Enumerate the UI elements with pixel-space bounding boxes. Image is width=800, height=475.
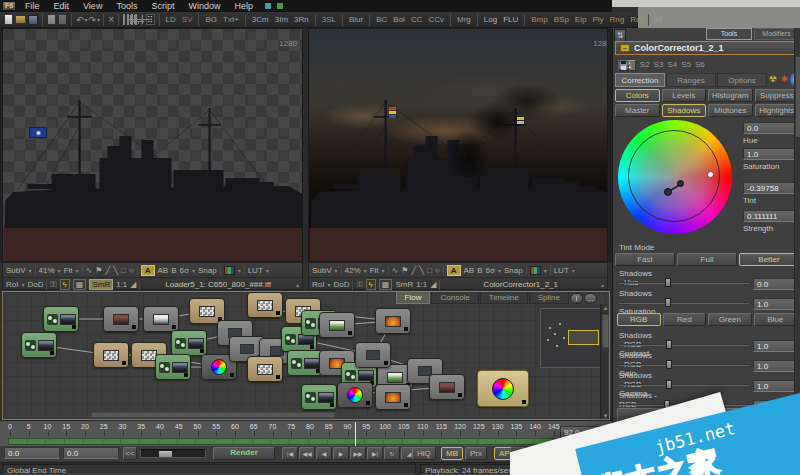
view-histogram-button[interactable]: Histogram	[708, 89, 753, 102]
one-to-one-button[interactable]: 1:1	[416, 280, 427, 289]
flow-node-loader-17[interactable]	[287, 350, 323, 376]
toolbar-ply[interactable]: Ply	[589, 15, 606, 24]
flow-vscroll-thumb[interactable]	[602, 314, 609, 348]
roi-button[interactable]: RoI	[312, 280, 324, 289]
layout-grid-icon[interactable]	[127, 14, 129, 25]
tab-tools[interactable]: Tools	[706, 28, 752, 40]
lock-icon[interactable]: ⚿	[50, 280, 56, 290]
color-wheel[interactable]	[618, 120, 732, 234]
toolbar-ccv[interactable]: CCv	[425, 15, 447, 24]
toolbar-txt+[interactable]: Txt+	[220, 15, 242, 24]
scroll-up-icon[interactable]: ▲	[601, 304, 610, 313]
channel-blue-button[interactable]: Blue	[754, 313, 798, 326]
flow-node-mask-5[interactable]	[247, 292, 283, 318]
flow-node-merge-24[interactable]	[355, 342, 391, 368]
range-midtones-button[interactable]: Midtones	[708, 104, 753, 117]
zoom-level-button[interactable]: 42%	[345, 266, 361, 275]
pen-tool-icon[interactable]: ╲	[419, 266, 424, 275]
time-current-field[interactable]	[63, 447, 119, 459]
burst-icon[interactable]: ✱	[779, 73, 789, 86]
checker-icon[interactable]: ▦	[73, 279, 87, 290]
view-levels-button[interactable]: Levels	[662, 89, 707, 102]
version-s3[interactable]: S3	[654, 60, 664, 71]
slider-value-field[interactable]	[753, 360, 797, 372]
zoom-level-button[interactable]: 41%	[39, 266, 55, 275]
flow-node-loader-10[interactable]	[155, 354, 191, 380]
wave-icon[interactable]: ∿	[86, 266, 93, 275]
flow-node-grass-19[interactable]	[319, 312, 355, 338]
slider-handle[interactable]	[665, 298, 671, 307]
time-start-field[interactable]	[4, 447, 60, 459]
quality-hiq-button[interactable]: HiQ	[412, 447, 436, 460]
toolbar-3cm[interactable]: 3Cm	[249, 15, 272, 24]
channel-green-button[interactable]: Green	[708, 313, 752, 326]
transport-loop-button[interactable]: ↻	[384, 447, 400, 460]
toolbar-blur[interactable]: Blur	[346, 15, 366, 24]
panel-scroll-thumb[interactable]	[796, 57, 800, 137]
dod-button[interactable]: DoD	[27, 280, 43, 289]
flow-tab-spline[interactable]: Spline	[529, 292, 569, 304]
lut-button[interactable]: LUT	[554, 266, 569, 275]
toolbar-cc[interactable]: CC	[408, 15, 426, 24]
range-highlights-button[interactable]: Highlights	[755, 104, 800, 117]
tab-modifiers[interactable]: Modifiers	[754, 28, 799, 40]
menu-edit[interactable]: Edit	[47, 1, 77, 11]
slider-value-field[interactable]	[753, 298, 797, 310]
saturation-field[interactable]	[743, 148, 795, 160]
slider-handle[interactable]	[666, 360, 672, 369]
snap-button[interactable]: Snap	[198, 266, 217, 275]
toolbar-sv[interactable]: SV	[179, 15, 196, 24]
wheel-marker-mid[interactable]	[677, 180, 684, 187]
viewer-left-expand-icon[interactable]: ▴	[296, 281, 299, 288]
toolbar-rng[interactable]: Rng	[607, 15, 628, 24]
dod-button[interactable]: DoD	[333, 280, 349, 289]
lightning-icon[interactable]: ϟ	[366, 279, 376, 290]
view-suppress-button[interactable]: Suppress	[755, 89, 800, 102]
slider-value-field[interactable]	[753, 278, 797, 290]
slider-handle[interactable]	[665, 278, 671, 287]
version-s4[interactable]: S4	[667, 60, 677, 71]
flow-node-white-3[interactable]	[143, 306, 179, 332]
toolbar-bmp[interactable]: Bmp	[528, 15, 550, 24]
flow-node-mask-7[interactable]	[93, 342, 129, 368]
lightning-icon[interactable]: ϟ	[60, 279, 70, 290]
toolbar-flu[interactable]: FLU	[500, 15, 521, 24]
tintmode-full-button[interactable]: Full	[677, 253, 737, 266]
slider-track[interactable]	[619, 302, 749, 304]
buffer-b-button[interactable]: B	[477, 266, 482, 275]
transport-goto-end-button[interactable]: ▶|	[367, 447, 383, 460]
hue-field[interactable]	[743, 122, 795, 134]
tab-correction[interactable]: Correction	[615, 73, 665, 87]
slider-track[interactable]	[619, 344, 749, 346]
transport-fast-forward-button[interactable]: ▶▶	[350, 447, 366, 460]
undo-icon[interactable]: ↶	[76, 14, 84, 25]
rewind-button[interactable]: <<	[123, 447, 137, 460]
transport-fast-rewind-button[interactable]: ◀◀	[299, 447, 315, 460]
menu-tools[interactable]: Tools	[109, 1, 144, 11]
menu-script[interactable]: Script	[144, 1, 181, 11]
menu-view[interactable]: View	[76, 1, 109, 11]
speaker-icon[interactable]: ◢	[430, 280, 436, 289]
toolbar-m[interactable]: M	[652, 15, 665, 24]
view-colors-button[interactable]: Colors	[615, 89, 660, 102]
toolbar-ld[interactable]: LD	[163, 15, 179, 24]
wheel-marker-white[interactable]	[707, 171, 714, 178]
transport-step-back-button[interactable]: ◀	[316, 447, 332, 460]
timeline-range-bar[interactable]	[8, 438, 560, 445]
subv-button[interactable]: SubV	[6, 266, 26, 275]
flow-node-loader-9[interactable]	[171, 330, 207, 356]
viewer-right-expand-icon[interactable]: ▴	[601, 281, 604, 288]
version-s5[interactable]: S5	[681, 60, 691, 71]
layout-split-vertical-icon[interactable]	[123, 14, 125, 25]
channel-rgb-icon[interactable]	[224, 266, 235, 275]
flow-comment-icon[interactable]: …	[584, 293, 597, 304]
layout-quad-icon[interactable]	[135, 14, 137, 25]
buffer-ab-button[interactable]: AB	[158, 266, 169, 275]
flow-node-fire-29[interactable]	[375, 384, 411, 410]
flow-node-loader-1[interactable]	[21, 332, 57, 358]
smr-button[interactable]: SmR	[89, 279, 113, 290]
toolbar-3sl[interactable]: 3SL	[319, 15, 339, 24]
menu-help[interactable]: Help	[227, 1, 260, 11]
speaker-icon[interactable]: ◢	[130, 280, 136, 289]
tab-options[interactable]: Options	[717, 73, 767, 87]
